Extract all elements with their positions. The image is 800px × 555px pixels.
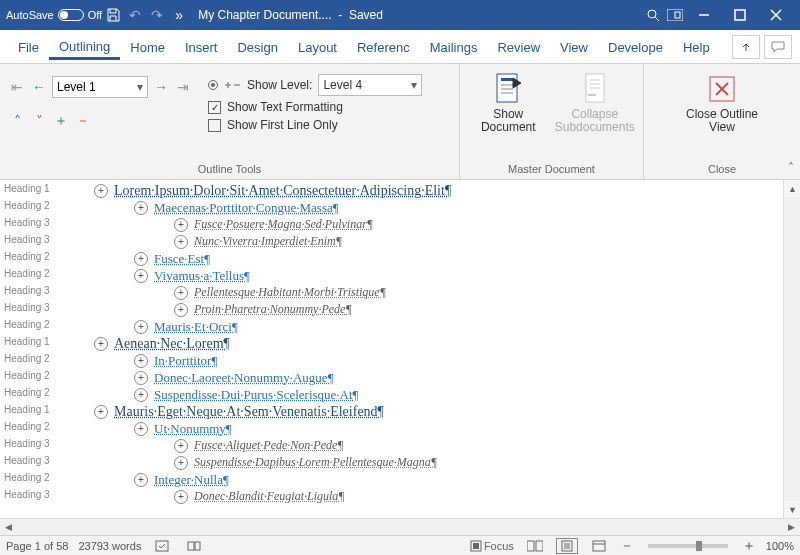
outline-row[interactable]: +Mauris·Eget·Neque·At·Sem·Venenatis·Elei… xyxy=(94,403,783,420)
minimize-button[interactable] xyxy=(686,0,722,30)
expand-collapse-icon[interactable]: + xyxy=(134,422,148,436)
expand-collapse-icon[interactable]: + xyxy=(174,490,188,504)
expand-collapse-icon[interactable]: + xyxy=(174,303,188,317)
tab-file[interactable]: File xyxy=(8,34,49,60)
heading-text: Lorem·Ipsum·Dolor·Sit·Amet·Consectetuer·… xyxy=(114,183,451,199)
outline-row[interactable]: +Donec·Laoreet·Nonummy·Augue¶ xyxy=(134,369,783,386)
show-level-select[interactable]: Level 4 ▾ xyxy=(318,74,422,96)
close-button[interactable] xyxy=(758,0,794,30)
maximize-button[interactable] xyxy=(722,0,758,30)
zoom-slider[interactable] xyxy=(648,544,728,548)
scroll-down-button[interactable]: ▼ xyxy=(784,501,800,518)
outline-row[interactable]: +Integer·Nulla¶ xyxy=(134,471,783,488)
scroll-up-button[interactable]: ▲ xyxy=(784,180,800,197)
outline-row[interactable]: +Ut·Nonummy¶ xyxy=(134,420,783,437)
ribbon-mode-icon[interactable] xyxy=(664,4,686,26)
outline-row[interactable]: +In·Porttitor¶ xyxy=(134,352,783,369)
scroll-left-button[interactable]: ◀ xyxy=(0,519,17,536)
outline-row[interactable]: +Fusce·Aliquet·Pede·Non·Pede¶ xyxy=(174,437,783,454)
expand-collapse-icon[interactable]: + xyxy=(94,184,108,198)
promote-to-h1-button[interactable]: ⇤ xyxy=(8,79,26,95)
undo-icon[interactable]: ↶ xyxy=(124,4,146,26)
redo-icon[interactable]: ↷ xyxy=(146,4,168,26)
expand-button[interactable]: ＋ xyxy=(52,112,70,130)
outline-row[interactable]: +Aenean·Nec·Lorem¶ xyxy=(94,335,783,352)
tab-developer[interactable]: Develope xyxy=(598,34,673,60)
tab-mailings[interactable]: Mailings xyxy=(420,34,488,60)
promote-button[interactable]: ← xyxy=(30,79,48,95)
expand-collapse-icon[interactable]: + xyxy=(134,269,148,283)
outline-row[interactable]: +Nunc·Viverra·Imperdiet·Enim¶ xyxy=(174,233,783,250)
spellcheck-icon[interactable] xyxy=(151,538,173,554)
expand-collapse-icon[interactable]: + xyxy=(94,337,108,351)
outline-row[interactable]: +Pellentesque·Habitant·Morbi·Tristique¶ xyxy=(174,284,783,301)
print-layout-button[interactable] xyxy=(556,538,578,554)
expand-collapse-icon[interactable]: + xyxy=(134,473,148,487)
tab-layout[interactable]: Layout xyxy=(288,34,347,60)
expand-collapse-icon[interactable]: + xyxy=(134,354,148,368)
focus-mode-button[interactable]: Focus xyxy=(470,538,514,554)
expand-collapse-icon[interactable]: + xyxy=(174,235,188,249)
tab-review[interactable]: Review xyxy=(487,34,550,60)
web-layout-button[interactable] xyxy=(588,538,610,554)
show-first-line-checkbox[interactable] xyxy=(208,119,221,132)
search-icon[interactable] xyxy=(642,4,664,26)
vertical-scrollbar[interactable]: ▲ ▼ xyxy=(783,180,800,518)
outline-row[interactable]: +Lorem·Ipsum·Dolor·Sit·Amet·Consectetuer… xyxy=(94,182,783,199)
horizontal-scrollbar[interactable]: ◀ ▶ xyxy=(0,518,800,535)
tab-outlining[interactable]: Outlining xyxy=(49,33,120,60)
share-button[interactable] xyxy=(732,35,760,59)
show-document-button[interactable]: Show Document xyxy=(468,70,549,134)
tab-help[interactable]: Help xyxy=(673,34,720,60)
zoom-out-button[interactable]: － xyxy=(620,537,634,555)
tab-references[interactable]: Referenc xyxy=(347,34,420,60)
expand-collapse-icon[interactable]: + xyxy=(174,439,188,453)
accessibility-icon[interactable] xyxy=(183,538,205,554)
expand-collapse-icon[interactable]: + xyxy=(134,371,148,385)
outline-row[interactable]: +Fusce·Est¶ xyxy=(134,250,783,267)
read-mode-button[interactable] xyxy=(524,538,546,554)
outline-row[interactable]: +Vivamus·a·Tellus¶ xyxy=(134,267,783,284)
tab-design[interactable]: Design xyxy=(227,34,287,60)
show-text-formatting-checkbox[interactable] xyxy=(208,101,221,114)
word-count[interactable]: 23793 words xyxy=(78,540,141,552)
outline-row[interactable]: +Suspendisse·Dapibus·Lorem·Pellentesque·… xyxy=(174,454,783,471)
zoom-in-button[interactable]: ＋ xyxy=(742,537,756,555)
expand-collapse-icon[interactable]: + xyxy=(94,405,108,419)
more-icon[interactable]: » xyxy=(168,4,190,26)
expand-collapse-icon[interactable]: + xyxy=(134,252,148,266)
outline-row[interactable]: +Proin·Pharetra·Nonummy·Pede¶ xyxy=(174,301,783,318)
outline-row[interactable]: +Suspendisse·Dui·Purus·Scelerisque·At¶ xyxy=(134,386,783,403)
autosave-toggle[interactable]: AutoSave Off xyxy=(6,9,102,21)
zoom-level[interactable]: 100% xyxy=(766,540,794,552)
group-label-master-document: Master Document xyxy=(460,161,643,179)
outline-row[interactable]: +Mauris·Et·Orci¶ xyxy=(134,318,783,335)
tab-insert[interactable]: Insert xyxy=(175,34,228,60)
demote-button[interactable]: → xyxy=(152,79,170,95)
close-outline-view-button[interactable]: Close Outline View xyxy=(681,70,763,134)
expand-collapse-icon[interactable]: + xyxy=(174,218,188,232)
outline-row[interactable]: +Fusce·Posuere·Magna·Sed·Pulvinar¶ xyxy=(174,216,783,233)
page-status[interactable]: Page 1 of 58 xyxy=(6,540,68,552)
tab-view[interactable]: View xyxy=(550,34,598,60)
scroll-right-button[interactable]: ▶ xyxy=(783,519,800,536)
tab-home[interactable]: Home xyxy=(120,34,175,60)
heading-text: Donec·Blandit·Feugiat·Ligula¶ xyxy=(194,489,345,504)
heading-level-cell: Heading 3 xyxy=(0,452,52,469)
outline-row[interactable]: +Donec·Blandit·Feugiat·Ligula¶ xyxy=(174,488,783,505)
expand-collapse-icon[interactable]: + xyxy=(134,320,148,334)
move-down-button[interactable]: ˅ xyxy=(30,113,48,129)
expand-collapse-icon[interactable]: + xyxy=(174,286,188,300)
move-up-button[interactable]: ˄ xyxy=(8,113,26,129)
outline-pane[interactable]: +Lorem·Ipsum·Dolor·Sit·Amet·Consectetuer… xyxy=(52,180,783,518)
demote-to-body-button[interactable]: ⇥ xyxy=(174,79,192,95)
outline-level-select[interactable]: Level 1 ▾ xyxy=(52,76,148,98)
expand-collapse-icon[interactable]: + xyxy=(134,388,148,402)
outline-row[interactable]: +Maecenas·Porttitor·Congue·Massa¶ xyxy=(134,199,783,216)
collapse-ribbon-button[interactable]: ˄ xyxy=(788,161,794,175)
comments-button[interactable] xyxy=(764,35,792,59)
save-icon[interactable] xyxy=(102,4,124,26)
collapse-button[interactable]: － xyxy=(74,112,92,130)
expand-collapse-icon[interactable]: + xyxy=(174,456,188,470)
expand-collapse-icon[interactable]: + xyxy=(134,201,148,215)
